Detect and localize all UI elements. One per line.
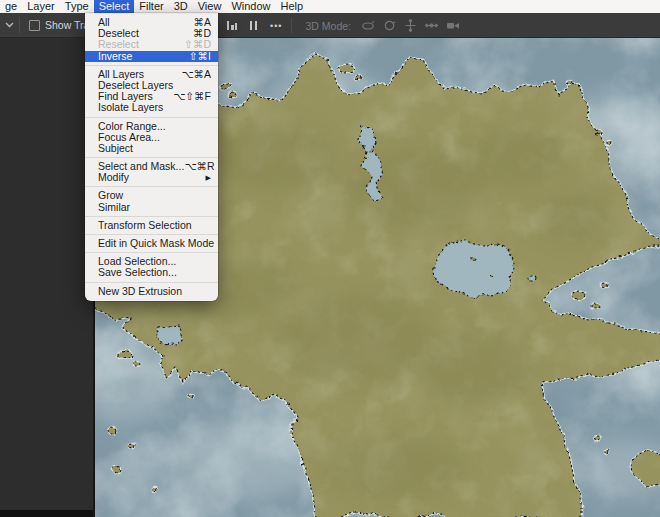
select-menu-item[interactable]: Inverse ⇧⌘I ▶ — [85, 51, 218, 62]
3d-mode-label: 3D Mode: — [305, 20, 351, 32]
menu-bar: ge Layer Type Select Filter 3D View Wind… — [0, 0, 660, 13]
pan-camera-icon[interactable] — [404, 19, 417, 32]
select-menu-item[interactable]: Save Selection... ▶ — [85, 267, 218, 278]
submenu-arrow-icon: ▶ — [206, 172, 211, 183]
menu-separator — [85, 216, 218, 217]
align-bars-icon[interactable] — [226, 19, 239, 32]
select-menu-item[interactable]: New 3D Extrusion ▶ — [85, 286, 218, 297]
show-transform-checkbox[interactable] — [29, 20, 40, 31]
select-menu-item[interactable]: Similar ▶ — [85, 202, 218, 213]
zoom-camera-icon[interactable] — [446, 19, 460, 32]
select-menu-item[interactable]: Subject ▶ — [85, 143, 218, 154]
select-menu-item[interactable]: Transform Selection ▶ — [85, 220, 218, 231]
menu-separator — [85, 186, 218, 187]
tools-panel-area — [0, 38, 93, 510]
menu-bar-item[interactable]: Window — [226, 0, 275, 13]
select-menu-dropdown: All ⌘A ▶ Deselect ⌘D ▶ Reselect ⇧⌘D ▶ In… — [85, 13, 218, 301]
menu-separator — [85, 157, 218, 158]
menu-bar-item[interactable]: Select — [94, 0, 135, 13]
menu-bar-item[interactable]: Help — [276, 0, 309, 13]
orbit-camera-icon[interactable] — [361, 19, 375, 32]
options-divider — [291, 18, 292, 34]
menu-bar-item[interactable]: 3D — [169, 0, 193, 13]
menu-separator — [85, 252, 218, 253]
select-menu-item[interactable]: Grow ▶ — [85, 190, 218, 201]
slide-camera-icon[interactable] — [425, 19, 438, 32]
more-options-icon[interactable]: ••• — [270, 21, 282, 31]
align-center-icon[interactable] — [247, 19, 260, 32]
select-menu-item: Reselect ⇧⌘D ▶ — [85, 39, 218, 50]
menu-bar-item[interactable]: View — [193, 0, 227, 13]
window-bottom-strip — [0, 510, 93, 517]
roll-camera-icon[interactable] — [383, 19, 396, 32]
menu-bar-item[interactable]: ge — [0, 0, 22, 13]
photoshop-window: Show Transform ••• 3D Mode: — [0, 0, 660, 517]
menu-bar-item[interactable]: Type — [60, 0, 94, 13]
options-divider — [19, 17, 20, 33]
menu-bar-item[interactable]: Layer — [22, 0, 60, 13]
select-menu-item[interactable]: Color Range... ▶ — [85, 121, 218, 132]
menu-separator — [85, 117, 218, 118]
select-menu-item[interactable]: Edit in Quick Mask Mode ▶ — [85, 238, 218, 249]
menu-bar-item[interactable]: Filter — [134, 0, 168, 13]
menu-separator — [85, 234, 218, 235]
menu-separator — [85, 282, 218, 283]
menu-separator — [85, 65, 218, 66]
select-menu-item[interactable]: Modify ▶ — [85, 172, 218, 183]
tool-preset-chevron-icon[interactable] — [2, 16, 16, 34]
select-menu-item[interactable]: Isolate Layers ▶ — [85, 102, 218, 113]
